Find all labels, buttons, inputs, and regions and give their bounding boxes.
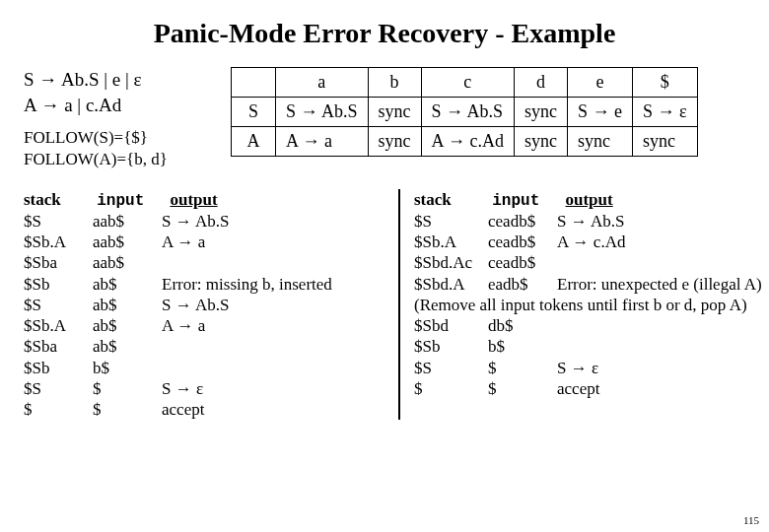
trace-output: S → Ab.S: [162, 295, 379, 315]
cell-S-a: S → Ab.S: [276, 98, 369, 127]
cell-A-b: sync: [368, 127, 421, 157]
grammar-line-1: S → Ab.S | e | ε: [24, 67, 231, 93]
trace-input: ceadb$: [488, 252, 557, 273]
follow-block: FOLLOW(S)={$} FOLLOW(A)={b, d}: [24, 127, 231, 169]
trace-stack: $Sba: [24, 336, 93, 357]
rowhead-s: S: [232, 98, 276, 127]
cell-A-dollar: sync: [633, 127, 698, 157]
hdr-stack-r: stack: [414, 189, 488, 210]
trace-input: db$: [488, 315, 557, 336]
parse-table-row-s: S S → Ab.S sync S → Ab.S sync S → e S → …: [232, 98, 698, 127]
trace-input: ab$: [93, 336, 162, 357]
trace-output: S → Ab.S: [162, 211, 379, 232]
follow-line-1: FOLLOW(S)={$}: [24, 127, 231, 148]
trace-stack: $S: [414, 358, 488, 378]
parse-table-header-row: a b c d e $: [232, 68, 698, 98]
cell-A-d: sync: [515, 127, 568, 157]
trace-left-header: stack input output: [24, 189, 388, 211]
trace-right: stack input output $Sceadb$ S → Ab.S$Sb.…: [400, 189, 769, 421]
trace-input: eadb$: [488, 274, 557, 295]
trace-stack: $Sb: [24, 358, 93, 378]
trace-row: $Sb.Aab$A → a: [24, 315, 388, 336]
trace-row: $S$S → ε: [414, 358, 769, 378]
trace-right-rows2: $Sbddb$$Sbb$$S$S → ε$$accept: [414, 315, 769, 399]
trace-row: $Sbb$: [414, 336, 769, 357]
hdr-input: input: [97, 191, 166, 211]
grammar-block: S → Ab.S | e | ε A → a | c.Ad: [24, 67, 231, 117]
trace-stack: $Sb: [24, 274, 93, 295]
trace-output: Error: missing b, inserted: [162, 274, 379, 295]
cell-S-d: sync: [515, 98, 568, 127]
trace-right-note: (Remove all input tokens until first b o…: [414, 295, 769, 315]
trace-input: ab$: [93, 295, 162, 315]
trace-input: $: [488, 378, 557, 399]
rowhead-a: A: [232, 127, 276, 157]
col-dollar: $: [633, 68, 698, 98]
trace-row: $Sb.Aceadb$ A → c.Ad: [414, 232, 769, 252]
trace-input: ab$: [93, 315, 162, 336]
trace-output: A → c.Ad: [557, 232, 769, 252]
trace-left-rows: $Saab$S → Ab.S$Sb.Aaab$A → a$Sbaaab$$Sba…: [24, 211, 388, 421]
trace-stack: $Sba: [24, 252, 93, 273]
trace-input: ceadb$: [488, 211, 557, 232]
trace-output: S → ε: [557, 358, 769, 378]
col-a: a: [276, 68, 369, 98]
trace-stack: $S: [24, 378, 93, 399]
trace-input: ceadb$: [488, 232, 557, 252]
trace-row: $$accept: [414, 378, 769, 399]
trace-stack: $Sb.A: [24, 315, 93, 336]
trace-stack: $Sbd.Ac: [414, 252, 488, 273]
trace-input: aab$: [93, 252, 162, 273]
trace-input: $: [93, 378, 162, 399]
col-d: d: [515, 68, 568, 98]
trace-stack: $Sb.A: [24, 232, 93, 252]
trace-stack: $Sb: [414, 336, 488, 357]
parse-table: a b c d e $ S S → Ab.S sync S → Ab.S syn…: [231, 67, 698, 157]
hdr-output: output: [171, 189, 387, 210]
parse-table-row-a: A A → a sync A → c.Ad sync sync sync: [232, 127, 698, 157]
cell-S-c: S → Ab.S: [421, 98, 515, 127]
trace-output: A → a: [162, 315, 379, 336]
trace-output: accept: [557, 378, 769, 399]
trace-stack: $: [414, 378, 488, 399]
parse-table-corner: [232, 68, 276, 98]
hdr-input-r: input: [492, 191, 561, 211]
trace-input: $: [488, 358, 557, 378]
trace-row: $Sceadb$ S → Ab.S: [414, 211, 769, 232]
trace-row: $Sbaaab$: [24, 252, 388, 273]
trace-right-rows1: $Sceadb$ S → Ab.S$Sb.Aceadb$ A → c.Ad$Sb…: [414, 211, 769, 295]
slide: Panic-Mode Error Recovery - Example S → …: [0, 0, 769, 532]
cell-S-dollar: S → ε: [633, 98, 698, 127]
col-e: e: [568, 68, 633, 98]
cell-S-b: sync: [368, 98, 421, 127]
trace-row: $Sbb$: [24, 358, 388, 378]
trace-row: $Sbd.Aeadb$Error: unexpected e (illegal …: [414, 274, 769, 295]
trace-stack: $S: [24, 295, 93, 315]
trace-output: S → Ab.S: [557, 211, 769, 232]
trace-left: stack input output $Saab$S → Ab.S$Sb.Aaa…: [24, 189, 400, 421]
trace-stack: $S: [414, 211, 488, 232]
cell-A-a: A → a: [276, 127, 369, 157]
trace-right-header: stack input output: [414, 189, 769, 211]
trace-stack: $Sb.A: [414, 232, 488, 252]
trace-row: $Sbddb$: [414, 315, 769, 336]
page-number: 115: [743, 514, 759, 526]
trace-output: A → a: [162, 232, 379, 252]
trace-input: b$: [93, 358, 162, 378]
trace-row: $Sbaab$: [24, 336, 388, 357]
col-b: b: [368, 68, 421, 98]
trace-stack: $Sbd: [414, 315, 488, 336]
trace-row: $Sab$S → Ab.S: [24, 295, 388, 315]
grammar-line-2: A → a | c.Ad: [24, 93, 231, 118]
trace-input: ab$: [93, 274, 162, 295]
trace-stack: $Sbd.A: [414, 274, 488, 295]
trace-output: S → ε: [162, 378, 379, 399]
cell-A-e: sync: [568, 127, 633, 157]
trace-row: $$accept: [24, 399, 388, 420]
trace-stack: $: [24, 399, 93, 420]
trace-row: $Sbab$Error: missing b, inserted: [24, 274, 388, 295]
hdr-stack: stack: [24, 189, 93, 210]
trace-row: $S$S → ε: [24, 378, 388, 399]
trace-row: $Saab$S → Ab.S: [24, 211, 388, 232]
trace-row: $Sbd.Acceadb$: [414, 252, 769, 273]
